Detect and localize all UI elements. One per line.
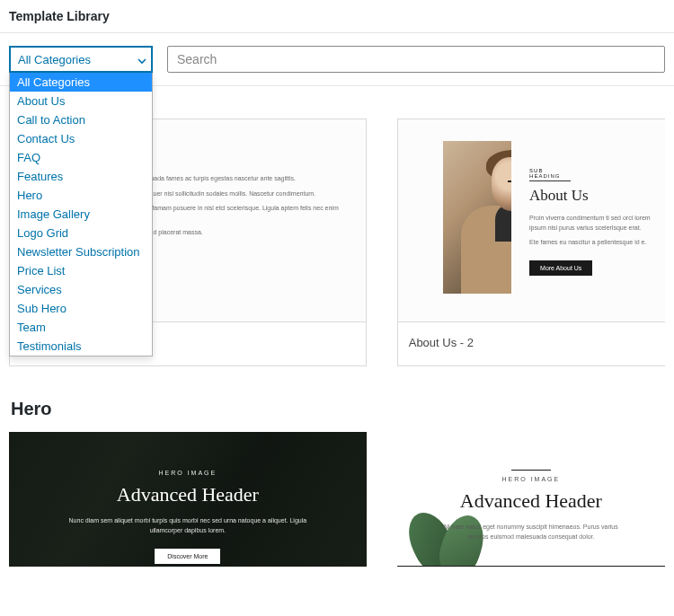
category-dropdown[interactable]: All CategoriesAbout UsCall to ActionCont…: [9, 73, 153, 356]
category-option[interactable]: Testimonials: [10, 337, 152, 356]
category-option[interactable]: Hero: [10, 186, 152, 205]
thumb-subheading: HERO IMAGE: [9, 470, 367, 476]
category-select-display[interactable]: All Categories: [9, 46, 153, 73]
category-option[interactable]: FAQ: [10, 148, 152, 167]
toolbar: All Categories All CategoriesAbout UsCal…: [0, 33, 674, 86]
thumb-button: More About Us: [529, 260, 592, 276]
category-option[interactable]: Price List: [10, 261, 152, 280]
category-option[interactable]: About Us: [10, 92, 152, 110]
thumb-title: About Us: [529, 187, 665, 205]
category-select[interactable]: All Categories All CategoriesAbout UsCal…: [9, 46, 153, 73]
thumb-body: Ni nam natus eget nonummy suscipit himen…: [397, 522, 665, 541]
thumb-button: Discover More: [155, 549, 220, 564]
thumbnail-image: [443, 141, 511, 294]
section-title-hero: Hero: [11, 399, 665, 419]
template-card[interactable]: HERO IMAGE Advanced Header Nunc diam sem…: [9, 432, 367, 567]
search-input[interactable]: [167, 46, 665, 73]
category-option[interactable]: Logo Grid: [10, 224, 152, 242]
category-option[interactable]: Call to Action: [10, 110, 152, 129]
thumb-body: Proin viverra condimentum ti sed orci lo…: [529, 214, 665, 248]
category-option[interactable]: Newsletter Subscription: [10, 242, 152, 261]
category-option[interactable]: Contact Us: [10, 129, 152, 148]
thumb-body: Nunc diam sem aliquet morbi turpis quis …: [9, 515, 367, 535]
page-title: Template Library: [9, 9, 674, 23]
template-thumbnail: HERO IMAGE Advanced Header Nunc diam sem…: [9, 432, 367, 567]
thumb-subheading: HERO IMAGE: [397, 476, 665, 482]
template-caption: About Us - 2: [398, 321, 665, 365]
template-thumbnail: HERO IMAGE Advanced Header Ni nam natus …: [397, 432, 665, 567]
category-option[interactable]: Features: [10, 167, 152, 186]
template-card[interactable]: HERO IMAGE Advanced Header Ni nam natus …: [397, 432, 665, 567]
category-select-value: All Categories: [18, 53, 91, 66]
header: Template Library: [0, 0, 674, 33]
category-option[interactable]: Team: [10, 318, 152, 337]
category-option[interactable]: Sub Hero: [10, 299, 152, 318]
thumb-subheading: SUB HEADING: [529, 168, 571, 181]
template-card[interactable]: SUB HEADING About Us Proin viverra condi…: [397, 119, 665, 366]
category-option[interactable]: Image Gallery: [10, 205, 152, 224]
category-option[interactable]: Services: [10, 280, 152, 299]
category-option[interactable]: All Categories: [10, 73, 152, 92]
thumb-title: Advanced Header: [9, 483, 367, 506]
template-thumbnail: SUB HEADING About Us Proin viverra condi…: [398, 119, 665, 321]
